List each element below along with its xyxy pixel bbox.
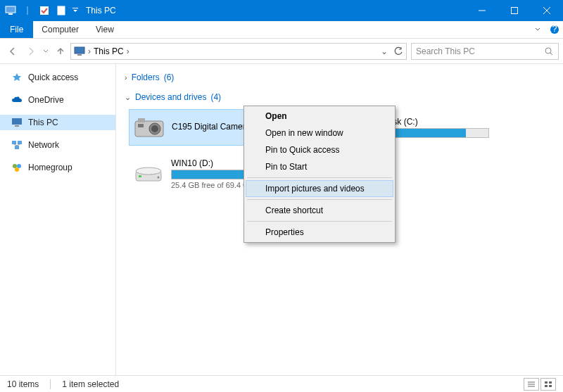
forward-button[interactable] — [23, 43, 39, 60]
recent-locations-icon[interactable] — [41, 43, 51, 60]
expand-ribbon-icon[interactable] — [529, 21, 546, 38]
search-input[interactable]: Search This PC — [411, 43, 559, 60]
sidebar-item-network[interactable]: Network — [0, 137, 115, 153]
svg-rect-13 — [77, 54, 82, 56]
star-icon — [11, 72, 23, 83]
chevron-right-icon: › — [125, 73, 127, 82]
svg-rect-18 — [12, 141, 16, 144]
refresh-icon[interactable] — [393, 46, 403, 56]
sidebar-item-label: Network — [28, 140, 59, 150]
svg-rect-0 — [6, 6, 15, 13]
section-label: Devices and drives — [135, 92, 206, 102]
svg-line-15 — [550, 53, 552, 55]
cm-create-shortcut[interactable]: Create shortcut — [246, 202, 393, 219]
svg-rect-42 — [545, 381, 548, 384]
sidebar-item-homegroup[interactable]: Homegroup — [0, 160, 115, 175]
view-tab[interactable]: View — [87, 21, 122, 38]
separator — [247, 177, 392, 178]
svg-line-21 — [14, 144, 17, 146]
close-button[interactable] — [531, 0, 563, 21]
camera-icon — [134, 114, 165, 141]
status-selection-count: 1 item selected — [62, 379, 119, 389]
minimize-button[interactable] — [466, 0, 498, 21]
pc-icon[interactable] — [3, 3, 18, 18]
svg-point-38 — [158, 177, 160, 179]
svg-rect-30 — [138, 124, 144, 127]
cm-import-pictures[interactable]: Import pictures and videos — [246, 180, 393, 197]
disk-icon — [133, 160, 164, 187]
svg-rect-43 — [549, 381, 552, 384]
cloud-icon — [11, 94, 23, 106]
section-count: (6) — [164, 72, 175, 82]
chevron-right-icon[interactable]: › — [88, 46, 91, 56]
ribbon-tabs: File Computer View ? — [0, 21, 563, 39]
svg-point-36 — [136, 167, 161, 175]
maximize-button[interactable] — [498, 0, 531, 21]
section-drives-header[interactable]: ⌄ Devices and drives (4) — [123, 89, 556, 105]
qat-dropdown-icon[interactable] — [70, 3, 80, 18]
sidebar-item-quick-access[interactable]: Quick access — [0, 70, 115, 85]
svg-rect-44 — [545, 385, 548, 387]
sidebar-item-onedrive[interactable]: OneDrive — [0, 92, 115, 108]
breadcrumb-item[interactable]: This PC — [94, 46, 124, 56]
large-icons-view-button[interactable] — [540, 378, 556, 391]
pc-icon — [74, 46, 85, 57]
file-tab[interactable]: File — [0, 21, 33, 38]
window-title: This PC — [86, 6, 116, 15]
svg-point-25 — [15, 167, 19, 172]
separator — [247, 221, 392, 222]
status-bar: 10 items 1 item selected — [0, 375, 563, 392]
svg-text:?: ? — [552, 25, 557, 34]
navigation-bar: › This PC › ⌄ Search This PC — [0, 39, 563, 64]
computer-tab[interactable]: Computer — [33, 21, 87, 38]
svg-rect-19 — [18, 141, 22, 144]
separator — [50, 379, 51, 389]
svg-rect-45 — [549, 385, 552, 387]
cm-pin-start[interactable]: Pin to Start — [246, 158, 393, 175]
properties-icon[interactable] — [37, 3, 52, 18]
svg-rect-5 — [72, 8, 78, 8]
svg-point-29 — [151, 125, 158, 132]
svg-rect-27 — [138, 118, 145, 122]
network-icon — [11, 139, 23, 151]
status-item-count: 10 items — [7, 379, 39, 389]
sidebar-item-this-pc[interactable]: This PC — [0, 115, 115, 130]
svg-rect-4 — [58, 6, 65, 15]
svg-rect-20 — [15, 146, 19, 149]
new-folder-icon[interactable] — [53, 3, 69, 18]
section-folders-header[interactable]: › Folders (6) — [123, 70, 556, 85]
title-bar: This PC — [0, 0, 563, 21]
back-button[interactable] — [4, 43, 21, 60]
quick-access-toolbar — [0, 3, 83, 18]
svg-point-14 — [545, 48, 551, 53]
cm-open[interactable]: Open — [246, 108, 393, 125]
separator — [247, 199, 392, 200]
cm-open-new-window[interactable]: Open in new window — [246, 125, 393, 141]
homegroup-icon — [11, 162, 23, 173]
address-dropdown-icon[interactable]: ⌄ — [381, 46, 388, 56]
context-menu: Open Open in new window Pin to Quick acc… — [243, 106, 396, 243]
navigation-pane: Quick access OneDrive This PC Network Ho… — [0, 64, 116, 375]
details-view-button[interactable] — [524, 378, 539, 391]
svg-rect-17 — [15, 125, 19, 127]
cm-pin-quick-access[interactable]: Pin to Quick access — [246, 141, 393, 158]
help-icon[interactable]: ? — [546, 21, 563, 38]
sidebar-item-label: Quick access — [28, 72, 78, 82]
svg-rect-3 — [40, 6, 49, 15]
section-count: (4) — [210, 92, 221, 102]
cm-properties[interactable]: Properties — [246, 224, 393, 241]
svg-point-23 — [13, 164, 17, 168]
sidebar-item-label: This PC — [28, 118, 58, 127]
search-placeholder: Search This PC — [416, 46, 475, 56]
chevron-down-icon: ⌄ — [125, 93, 131, 102]
section-label: Folders — [132, 72, 160, 82]
svg-point-24 — [17, 164, 21, 168]
chevron-right-icon[interactable]: › — [127, 46, 129, 56]
sidebar-item-label: OneDrive — [28, 95, 64, 105]
divider-icon — [20, 3, 35, 18]
svg-rect-12 — [75, 47, 84, 53]
svg-rect-16 — [12, 118, 22, 125]
address-bar[interactable]: › This PC › ⌄ — [70, 43, 407, 60]
up-button[interactable] — [52, 43, 69, 60]
search-icon[interactable] — [544, 46, 554, 56]
